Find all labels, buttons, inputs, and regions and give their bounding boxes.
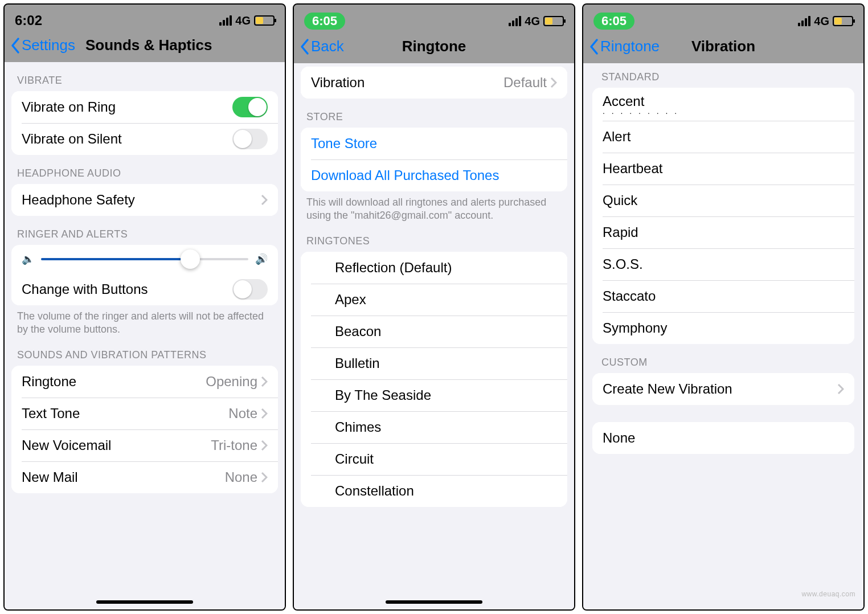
row-label: Circuit bbox=[335, 451, 374, 467]
signal-icon bbox=[798, 16, 810, 26]
row-ringtone-item[interactable]: Apex bbox=[301, 284, 567, 316]
volume-low-icon: 🔈 bbox=[22, 253, 34, 265]
row-ringtone-item[interactable]: Beacon bbox=[301, 316, 567, 347]
chevron-right-icon bbox=[261, 194, 268, 206]
row-ringtone-item[interactable]: Bulletin bbox=[301, 347, 567, 379]
status-bar: 6:02 4G bbox=[5, 5, 285, 32]
row-value: None bbox=[225, 469, 257, 485]
row-vibrate-on-silent[interactable]: Vibrate on Silent bbox=[11, 123, 278, 155]
row-label: Vibrate on Ring bbox=[22, 99, 116, 115]
chevron-right-icon bbox=[550, 77, 557, 88]
row-tone-store[interactable]: Tone Store bbox=[301, 128, 567, 159]
volume-slider[interactable] bbox=[41, 258, 248, 260]
row-label: Rapid bbox=[603, 224, 638, 240]
battery-icon bbox=[833, 16, 853, 26]
row-ringtone-item[interactable]: Chimes bbox=[301, 411, 567, 443]
status-time-pill[interactable]: 6:05 bbox=[304, 13, 345, 30]
row-label: Download All Purchased Tones bbox=[311, 167, 499, 183]
status-bar: 6:05 4G bbox=[583, 5, 863, 33]
network-label: 4G bbox=[235, 14, 251, 27]
toggle-vibrate-on-ring[interactable] bbox=[232, 97, 268, 117]
nav-bar: Settings Sounds & Haptics bbox=[5, 32, 285, 62]
row-ringtone-item[interactable]: Constellation bbox=[301, 475, 567, 507]
row-label: Apex bbox=[335, 292, 366, 308]
row-vibration-item[interactable]: Accent · · · · · · · · · bbox=[592, 88, 854, 121]
row-create-new-vibration[interactable]: Create New Vibration bbox=[592, 373, 854, 405]
row-label: Vibrate on Silent bbox=[22, 131, 122, 147]
chevron-right-icon bbox=[261, 472, 268, 483]
row-text-tone[interactable]: Text Tone Note bbox=[11, 398, 278, 429]
home-indicator[interactable] bbox=[386, 600, 482, 604]
row-label: Tone Store bbox=[311, 136, 377, 152]
footer-ringer: The volume of the ringer and alerts will… bbox=[5, 305, 285, 337]
row-label: By The Seaside bbox=[335, 387, 431, 403]
toggle-vibrate-on-silent[interactable] bbox=[232, 129, 268, 149]
row-vibration-item[interactable]: Rapid bbox=[592, 216, 854, 248]
back-button[interactable]: Ringtone bbox=[589, 38, 660, 55]
row-vibrate-on-ring[interactable]: Vibrate on Ring bbox=[11, 91, 278, 123]
row-vibration-item[interactable]: Staccato bbox=[592, 280, 854, 312]
chevron-left-icon bbox=[300, 38, 310, 55]
row-vibration-item[interactable]: Alert bbox=[592, 121, 854, 153]
row-headphone-safety[interactable]: Headphone Safety bbox=[11, 184, 278, 216]
row-vibration-item[interactable]: S.O.S. bbox=[592, 248, 854, 280]
back-button[interactable]: Settings bbox=[10, 36, 75, 54]
row-label: Change with Buttons bbox=[22, 281, 148, 297]
row-label: Alert bbox=[603, 129, 630, 145]
row-ringtone[interactable]: Ringtone Opening bbox=[11, 366, 278, 398]
section-header-standard: STANDARD bbox=[589, 63, 858, 88]
section-header-custom: CUSTOM bbox=[589, 344, 858, 373]
row-download-all[interactable]: Download All Purchased Tones bbox=[301, 159, 567, 191]
row-ringtone-item[interactable]: By The Seaside bbox=[301, 379, 567, 411]
watermark: www.deuaq.com bbox=[801, 590, 855, 598]
signal-icon bbox=[219, 15, 232, 26]
screenshot-ringtone: 6:05 4G Back Ringtone Vibration Default … bbox=[293, 3, 575, 611]
volume-high-icon: 🔊 bbox=[255, 253, 268, 265]
chevron-right-icon bbox=[261, 376, 268, 387]
row-value: Note bbox=[228, 406, 257, 421]
row-ringtone-item[interactable]: Reflection (Default) bbox=[301, 252, 567, 284]
row-vibration-item[interactable]: Quick bbox=[592, 185, 854, 216]
home-indicator[interactable] bbox=[96, 600, 193, 604]
status-time-pill[interactable]: 6:05 bbox=[593, 13, 634, 30]
row-label: Accent bbox=[603, 93, 679, 109]
row-value: Opening bbox=[206, 374, 257, 390]
row-change-with-buttons[interactable]: Change with Buttons bbox=[11, 273, 278, 305]
row-label: New Voicemail bbox=[22, 437, 111, 453]
row-label: Create New Vibration bbox=[603, 381, 732, 397]
row-vibration[interactable]: Vibration Default bbox=[301, 67, 567, 99]
section-header-headphone: HEADPHONE AUDIO bbox=[5, 155, 285, 184]
row-vibration-item[interactable]: Symphony bbox=[592, 312, 854, 344]
section-header-sounds: SOUNDS AND VIBRATION PATTERNS bbox=[5, 337, 285, 366]
row-label: S.O.S. bbox=[603, 256, 643, 272]
row-new-voicemail[interactable]: New Voicemail Tri-tone bbox=[11, 429, 278, 461]
network-label: 4G bbox=[525, 15, 540, 28]
network-label: 4G bbox=[814, 15, 829, 28]
toggle-change-with-buttons[interactable] bbox=[232, 279, 268, 300]
row-label: Symphony bbox=[603, 320, 667, 336]
back-button[interactable]: Back bbox=[300, 38, 344, 55]
row-value: Default bbox=[503, 75, 547, 91]
row-vibration-item[interactable]: Heartbeat bbox=[592, 153, 854, 185]
row-label: Heartbeat bbox=[603, 161, 662, 177]
row-new-mail[interactable]: New Mail None bbox=[11, 461, 278, 493]
battery-icon bbox=[543, 16, 564, 26]
section-header-vibrate: VIBRATE bbox=[5, 62, 285, 91]
nav-title: Sounds & Haptics bbox=[85, 36, 212, 54]
back-label: Ringtone bbox=[600, 38, 660, 55]
row-label: Staccato bbox=[603, 288, 656, 304]
nav-bar: Back Ringtone bbox=[294, 33, 574, 63]
row-value: Tri-tone bbox=[211, 437, 257, 453]
row-label: Beacon bbox=[335, 324, 381, 339]
row-label: Quick bbox=[603, 193, 637, 208]
row-ringtone-item[interactable]: Circuit bbox=[301, 443, 567, 475]
row-none[interactable]: None bbox=[592, 422, 854, 454]
back-label: Settings bbox=[22, 36, 75, 54]
row-label: New Mail bbox=[22, 469, 78, 485]
row-label: None bbox=[603, 430, 635, 446]
section-header-ringtones: RINGTONES bbox=[294, 223, 574, 252]
row-label: Reflection (Default) bbox=[335, 260, 452, 276]
nav-bar: Ringtone Vibration bbox=[583, 33, 863, 63]
row-label: Text Tone bbox=[22, 406, 80, 421]
row-label: Vibration bbox=[311, 75, 365, 91]
